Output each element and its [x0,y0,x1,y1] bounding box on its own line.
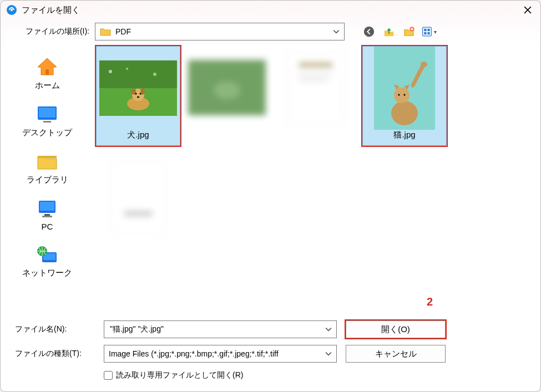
location-value: PDF [115,27,131,36]
titlebar: ファイルを開く [1,1,540,19]
file-name: 犬.jpg [127,130,149,140]
svg-point-2 [364,27,374,37]
filetype-label: ファイルの種類(T): [9,349,104,359]
cancel-button[interactable]: キャンセル [346,345,446,363]
sidebar-item-label: ライブラリ [27,175,68,185]
svg-rect-11 [45,69,49,75]
svg-point-36 [214,82,240,99]
sidebar-item-desktop[interactable]: デスクトップ [1,99,94,146]
svg-rect-13 [39,108,55,118]
chevron-down-icon [325,327,332,332]
file-item[interactable]: 猫.jpg [362,46,447,146]
svg-point-44 [398,94,400,95]
annotation-marker-2: 2 [427,296,433,308]
body-area: ホーム デスクトップ ライブラリ PC [1,44,540,313]
new-folder-button[interactable] [401,24,417,39]
window-title: ファイルを開く [22,5,80,16]
location-row: ファイルの場所(I): PDF ▾ [1,19,540,44]
network-icon [34,243,60,266]
bottom-panel: 2 ファイル名(N): 開く(O) ファイルの種類(T): Image File… [1,313,540,391]
chevron-down-icon [333,29,340,34]
svg-point-33 [140,93,141,95]
svg-point-1 [11,9,13,11]
location-label: ファイルの場所(I): [17,27,89,37]
file-thumbnail [188,48,266,127]
svg-rect-14 [43,121,51,123]
svg-rect-39 [299,74,332,76]
svg-rect-48 [124,211,152,216]
app-icon [6,4,17,16]
filetype-value: Image Files (*.jpg;*.png;*.bmp;*.gif;*.j… [109,349,279,358]
open-button[interactable]: 開く(O) [346,320,446,338]
filename-input[interactable] [109,324,325,334]
filetype-combo[interactable]: Image Files (*.jpg;*.png;*.bmp;*.gif;*.j… [104,345,337,363]
home-icon [34,56,60,78]
svg-rect-8 [427,29,429,31]
svg-point-34 [137,96,139,98]
close-button[interactable] [515,1,540,19]
file-item[interactable] [274,46,358,146]
file-item[interactable]: 犬.jpg [96,46,180,146]
pc-icon [34,197,60,220]
svg-point-27 [153,73,156,76]
svg-rect-7 [424,29,426,31]
svg-rect-17 [40,202,54,211]
sidebar-item-libraries[interactable]: ライブラリ [1,146,94,193]
back-button[interactable] [361,24,377,39]
file-list-pane[interactable]: 犬.jpg [94,44,532,313]
svg-point-32 [135,93,137,95]
sidebar-item-label: ホーム [35,80,60,91]
up-button[interactable] [381,24,397,39]
svg-rect-9 [424,32,426,34]
svg-rect-6 [423,27,432,36]
svg-rect-19 [42,216,52,217]
file-thumbnail [99,49,177,128]
filename-field[interactable] [104,320,337,338]
svg-rect-37 [288,52,343,124]
sidebar-item-label: デスクトップ [22,128,72,138]
svg-point-25 [109,70,112,73]
file-name: 猫.jpg [393,130,415,140]
svg-rect-38 [299,63,332,67]
svg-rect-47 [110,161,166,233]
file-thumbnail [99,158,177,237]
desktop-icon [34,103,60,125]
checkbox-box [104,371,113,380]
file-item[interactable] [185,46,269,146]
chevron-down-icon [325,352,332,356]
sidebar-item-pc[interactable]: PC [1,193,94,239]
sidebar-item-network[interactable]: ネットワーク [1,239,94,286]
svg-point-42 [391,101,418,125]
folder-icon [100,27,111,36]
file-item[interactable] [96,156,180,256]
svg-point-43 [394,88,409,103]
sidebar-item-home[interactable]: ホーム [1,52,94,99]
places-sidebar: ホーム デスクトップ ライブラリ PC [1,44,94,313]
svg-point-46 [421,62,427,67]
file-thumbnail [366,49,443,128]
sidebar-item-label: ネットワーク [22,268,72,278]
toolbar-icons: ▾ [361,24,437,39]
readonly-label: 読み取り専用ファイルとして開く(R) [116,370,243,380]
filename-label: ファイル名(N): [9,324,104,334]
svg-rect-15 [38,156,57,158]
dropdown-arrow-icon: ▾ [434,29,437,35]
file-thumbnail [277,48,355,127]
view-menu-button[interactable]: ▾ [421,24,437,39]
location-combo[interactable]: PDF [95,23,345,40]
svg-rect-10 [427,32,429,34]
svg-rect-40 [299,79,327,82]
sidebar-item-label: PC [42,222,53,231]
libraries-icon [34,150,60,172]
file-open-dialog: ファイルを開く ファイルの場所(I): PDF [0,0,541,392]
svg-point-26 [126,68,128,70]
svg-rect-18 [44,214,50,216]
svg-rect-5 [411,29,413,30]
readonly-checkbox[interactable]: 読み取り専用ファイルとして開く(R) [104,366,532,380]
svg-point-45 [403,94,405,95]
